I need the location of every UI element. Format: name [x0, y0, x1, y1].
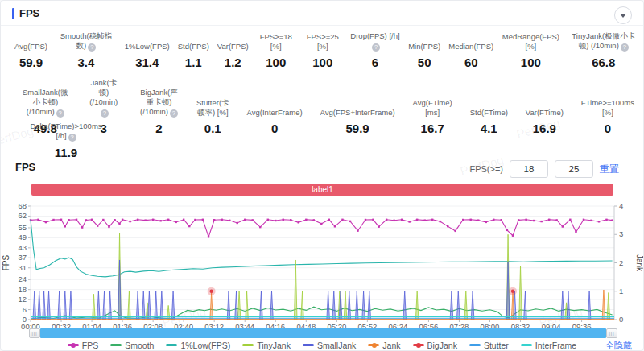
- stat-cell: Avg(FPS+InterFrame)59.9: [312, 108, 404, 135]
- stat-value: 100: [521, 56, 541, 69]
- fps-max-input[interactable]: [555, 160, 593, 178]
- stat-value: 59.9: [19, 56, 43, 69]
- series-smalljank-spike: [561, 291, 564, 320]
- series-fps-point: [548, 219, 550, 221]
- help-icon[interactable]: ?: [101, 109, 109, 118]
- series-smalljank-spike: [97, 291, 101, 320]
- panel-header: FPS: [1, 1, 643, 25]
- legend-item-tinyjank[interactable]: TinyJank: [242, 341, 291, 350]
- stat-label: Median(FPS): [448, 42, 493, 52]
- fps-min-input[interactable]: [510, 160, 548, 178]
- legend-item-interframe[interactable]: InterFrame: [521, 341, 576, 350]
- series-fps-point: [97, 225, 98, 226]
- series-tinyjank-spike: [294, 260, 297, 320]
- stat-cell: FPS>=25 [%]100: [299, 32, 346, 69]
- legend-swatch: [242, 344, 254, 346]
- help-icon[interactable]: ?: [68, 134, 76, 142]
- left-tick-label: 68: [18, 201, 27, 210]
- reset-link[interactable]: 重置: [600, 163, 619, 176]
- series-fps-point: [91, 219, 93, 221]
- series-fps-point: [372, 219, 374, 221]
- series-tinyjank-spike: [301, 291, 304, 320]
- series-fps-point: [167, 219, 169, 221]
- legend-item-bigjank[interactable]: BigJank: [413, 341, 457, 350]
- stat-value: 11.9: [55, 146, 77, 159]
- stat-value: 1.2: [225, 56, 242, 69]
- stat-value: 100: [312, 56, 332, 69]
- help-icon[interactable]: ?: [372, 43, 380, 52]
- series-fps-point: [64, 225, 66, 227]
- series-smalljank-spike: [38, 291, 41, 320]
- stat-label: Std(FPS): [178, 42, 209, 52]
- series-fps-point: [194, 219, 196, 221]
- fps-chart[interactable]: 06121824313743495562680123400:0000:3201:…: [1, 199, 644, 331]
- series-smalljank-spike: [355, 291, 358, 320]
- series-fps-point: [108, 226, 109, 228]
- series-smalljank-spike: [43, 291, 46, 320]
- chart-section-title: FPS: [15, 161, 35, 173]
- legend-item-1lowfps[interactable]: 1%Low(FPS): [166, 341, 230, 350]
- chart-legend: FPSSmooth1%Low(FPS)TinyJankSmallJankJank…: [1, 339, 643, 351]
- stat-label: Std(FTime): [470, 108, 508, 118]
- series-smalljank-spike: [362, 291, 365, 320]
- legend-dot: [372, 343, 377, 348]
- stat-value: 50: [418, 56, 431, 69]
- series-tinyjank-spike: [167, 305, 170, 320]
- left-tick-label: 49: [18, 233, 27, 242]
- series-fps-point: [290, 219, 291, 221]
- collapse-button[interactable]: [614, 6, 632, 24]
- series-fps-line: [31, 220, 613, 237]
- series-fps-point: [52, 219, 54, 221]
- help-icon[interactable]: ?: [56, 109, 64, 118]
- left-tick-label: 55: [18, 223, 27, 232]
- series-fps-point: [365, 219, 366, 221]
- stat-label: Min(FPS): [408, 42, 440, 52]
- series-smalljank-spike: [456, 291, 460, 320]
- series-fps-point: [569, 219, 571, 221]
- stat-label: Drop(FPS) [/h]?: [350, 31, 400, 52]
- stat-label: FPS>=25 [%]: [303, 32, 342, 52]
- series-fps-point: [518, 219, 519, 221]
- stat-cell: Smooth(稳帧指数)?3.4: [52, 31, 121, 69]
- series-smalljank-spike: [118, 260, 122, 320]
- help-icon[interactable]: ?: [88, 43, 96, 52]
- legend-item-jank[interactable]: Jank: [368, 341, 400, 350]
- series-smalljank-spike: [171, 291, 175, 320]
- series-fps-point: [386, 219, 387, 221]
- legend-item-smalljank[interactable]: SmallJank: [303, 341, 356, 350]
- scrollbar-track[interactable]: [40, 328, 606, 338]
- legend-item-stutter[interactable]: Stutter: [469, 341, 509, 350]
- series-tinyjank-spike: [415, 291, 419, 320]
- series-fps-point: [252, 219, 254, 221]
- help-icon[interactable]: ?: [621, 43, 629, 52]
- series-smalljank-spike: [142, 291, 145, 320]
- label-banner[interactable]: label1: [31, 184, 613, 196]
- series-smalljank-spike: [235, 291, 238, 320]
- header-divider: [1, 25, 643, 26]
- stat-label: Smooth(稳帧指数)?: [56, 31, 117, 52]
- hide-all-link[interactable]: 全隐藏: [605, 340, 632, 351]
- legend-swatch: [521, 344, 532, 346]
- series-tinyjank-spike: [128, 291, 131, 320]
- series-fps-point: [462, 219, 464, 221]
- scrollbar-right-handle[interactable]: |||: [606, 328, 617, 338]
- stat-value: 100: [266, 56, 286, 69]
- series-smalljank-spike: [348, 291, 351, 320]
- help-icon[interactable]: ?: [170, 109, 178, 118]
- series-fps-point: [493, 219, 494, 221]
- series-bigjank-marker: [209, 290, 213, 293]
- legend-item-fps[interactable]: FPS: [68, 341, 98, 350]
- series-smalljank-spike: [69, 291, 72, 320]
- series-fps-point: [152, 219, 154, 221]
- stat-label: 1%Low(FPS): [125, 42, 170, 52]
- legend-swatch: [303, 344, 314, 346]
- legend-swatch: [68, 344, 79, 346]
- chevron-down-icon: [620, 14, 626, 18]
- series-tinyjank-spike: [519, 266, 522, 320]
- series-smalljank-spike: [327, 291, 330, 320]
- legend-item-smooth[interactable]: Smooth: [110, 341, 154, 350]
- series-fps-point: [37, 219, 39, 221]
- scrollbar-left-handle[interactable]: |||: [29, 328, 40, 338]
- stat-label: FPS>=18 [%]: [257, 32, 295, 52]
- series-jank-spike: [511, 293, 514, 320]
